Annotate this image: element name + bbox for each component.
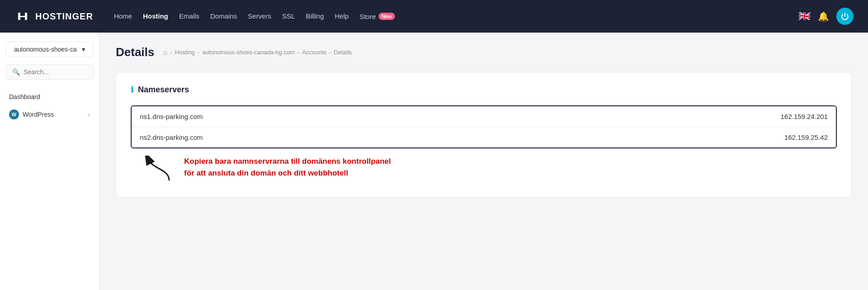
nav-item-billing[interactable]: Billing <box>301 12 328 20</box>
ns-row-2: ns2.dns-parking.com 162.159.25.42 <box>132 127 836 147</box>
account-label: autonomous-shoes-ca <box>14 46 77 53</box>
breadcrumb-domain[interactable]: autonomous-shoes-canada-hg.com <box>202 49 295 56</box>
page-title: Details <box>116 45 154 59</box>
ns1-name: ns1.dns-parking.com <box>140 113 203 120</box>
nameservers-box: ns1.dns-parking.com 162.159.24.201 ns2.d… <box>131 105 837 148</box>
nav-item-servers[interactable]: Servers <box>243 12 276 20</box>
navbar: HOSTINGER Home Hosting Emails Domains Se… <box>0 0 868 33</box>
store-new-badge: New <box>379 13 395 20</box>
page-header: Details ⌂ - Hosting - autonomous-shoes-c… <box>116 45 852 59</box>
nav-item-store[interactable]: Store New <box>355 10 399 23</box>
nav-item-ssl[interactable]: SSL <box>278 12 299 20</box>
nav-item-home[interactable]: Home <box>109 12 137 20</box>
info-icon: ℹ <box>131 85 133 95</box>
account-selector[interactable]: autonomous-shoes-ca ▾ <box>5 42 94 57</box>
ns1-ip: 162.159.24.201 <box>781 113 828 120</box>
breadcrumb-details: Details <box>334 49 352 56</box>
search-input[interactable] <box>24 68 87 76</box>
breadcrumb-hosting[interactable]: Hosting <box>175 49 195 56</box>
sidebar-search-container: 🔍 <box>5 64 94 80</box>
bell-icon[interactable]: 🔔 <box>818 11 829 22</box>
dashboard-label: Dashboard <box>9 93 40 100</box>
breadcrumb-sep-0: - <box>170 49 172 56</box>
sidebar-item-dashboard[interactable]: Dashboard <box>0 89 99 105</box>
nav-item-domains[interactable]: Domains <box>206 12 242 20</box>
sidebar: autonomous-shoes-ca ▾ 🔍 Dashboard W Word… <box>0 33 100 290</box>
breadcrumb-sep-3: - <box>329 49 331 56</box>
breadcrumb-accounts[interactable]: Accounts <box>302 49 326 56</box>
store-label: Store <box>360 13 376 20</box>
annotation-area: Kopiera bara namnservrarna till domänens… <box>131 156 837 185</box>
nav-links: Home Hosting Emails Domains Servers SSL … <box>109 10 399 23</box>
card-title: ℹ Nameservers <box>131 85 837 95</box>
flag-icon[interactable]: 🇬🇧 <box>798 10 811 22</box>
breadcrumb-sep-2: - <box>298 49 299 56</box>
power-button[interactable] <box>836 8 854 25</box>
breadcrumb: ⌂ - Hosting - autonomous-shoes-canada-hg… <box>163 48 351 56</box>
arrow-container <box>144 156 176 185</box>
wordpress-label: WordPress <box>23 111 54 118</box>
ns2-ip: 162.159.25.42 <box>784 133 828 141</box>
wordpress-icon: W <box>9 109 19 119</box>
nav-item-help[interactable]: Help <box>330 12 353 20</box>
nav-item-emails[interactable]: Emails <box>175 12 204 20</box>
card-title-text: Nameservers <box>138 85 189 95</box>
main-content: Details ⌂ - Hosting - autonomous-shoes-c… <box>100 33 868 290</box>
logo[interactable]: HOSTINGER <box>14 8 93 24</box>
sidebar-item-wordpress[interactable]: W WordPress › <box>0 105 99 124</box>
arrow-icon <box>144 156 176 183</box>
home-icon[interactable]: ⌂ <box>163 48 167 56</box>
search-icon: 🔍 <box>12 68 20 76</box>
nav-item-hosting[interactable]: Hosting <box>138 12 173 20</box>
navbar-left: HOSTINGER Home Hosting Emails Domains Se… <box>14 8 399 24</box>
breadcrumb-sep-1: - <box>198 49 199 56</box>
ns2-name: ns2.dns-parking.com <box>140 133 203 141</box>
main-layout: autonomous-shoes-ca ▾ 🔍 Dashboard W Word… <box>0 33 868 290</box>
wordpress-item: W WordPress <box>9 109 54 119</box>
chevron-right-icon: › <box>88 111 90 118</box>
navbar-right: 🇬🇧 🔔 <box>798 8 854 25</box>
ns-row-1: ns1.dns-parking.com 162.159.24.201 <box>132 106 836 127</box>
nameservers-card: ℹ Nameservers ns1.dns-parking.com 162.15… <box>116 72 852 198</box>
annotation-text: Kopiera bara namnservrarna till domänens… <box>184 156 391 179</box>
chevron-down-icon: ▾ <box>82 46 85 53</box>
logo-text: HOSTINGER <box>35 11 93 22</box>
